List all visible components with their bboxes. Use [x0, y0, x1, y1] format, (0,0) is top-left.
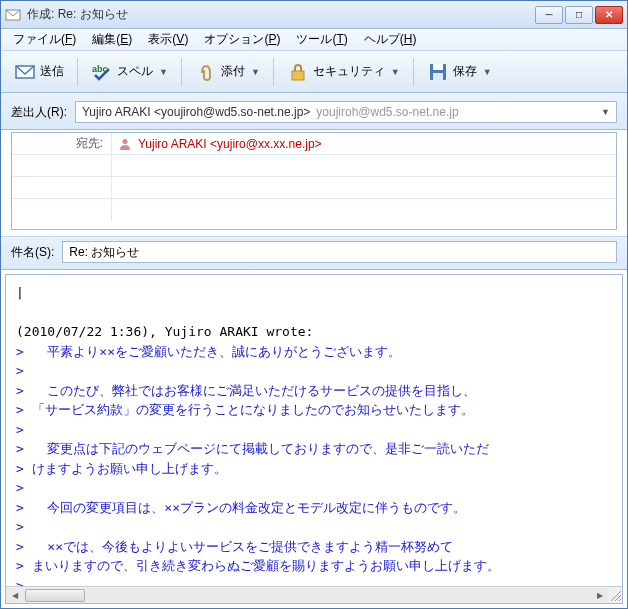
attach-label: 添付 [221, 63, 245, 80]
menu-edit[interactable]: 編集(E) [86, 29, 138, 50]
from-selector[interactable]: Yujiro ARAKI <youjiroh@wd5.so-net.ne.jp>… [75, 101, 617, 123]
recipient-row-empty[interactable] [12, 177, 616, 199]
send-label: 送信 [40, 63, 64, 80]
app-icon [5, 7, 21, 23]
header-area: 差出人(R): Yujiro ARAKI <youjiroh@wd5.so-ne… [1, 93, 627, 130]
menubar: ファイル(F) 編集(E) 表示(V) オプション(P) ツール(T) ヘルプ(… [1, 29, 627, 51]
from-address: Yujiro ARAKI <youjiroh@wd5.so-net.ne.jp> [82, 105, 310, 119]
spell-button[interactable]: abc スペル ▼ [84, 56, 175, 88]
chevron-down-icon: ▼ [483, 67, 492, 77]
minimize-button[interactable]: ─ [535, 6, 563, 24]
window-controls: ─ □ ✕ [535, 6, 623, 24]
save-label: 保存 [453, 63, 477, 80]
scroll-left-button[interactable]: ◀ [6, 588, 23, 603]
save-icon [427, 61, 449, 83]
menu-help[interactable]: ヘルプ(H) [358, 29, 423, 50]
scroll-thumb[interactable] [25, 589, 85, 602]
send-icon [14, 61, 36, 83]
subject-label: 件名(S): [11, 244, 54, 261]
spell-icon: abc [91, 61, 113, 83]
from-label: 差出人(R): [11, 104, 67, 121]
toolbar: 送信 abc スペル ▼ 添付 ▼ セキュリティ ▼ 保存 ▼ [1, 51, 627, 93]
svg-rect-3 [292, 71, 304, 80]
recipient-type[interactable] [12, 199, 112, 221]
svg-rect-6 [433, 73, 443, 80]
paperclip-icon [195, 61, 217, 83]
from-row: 差出人(R): Yujiro ARAKI <youjiroh@wd5.so-ne… [11, 97, 617, 127]
recipient-row-empty[interactable] [12, 199, 616, 221]
recipient-type[interactable]: 宛先: [12, 133, 112, 154]
menu-options[interactable]: オプション(P) [198, 29, 286, 50]
recipient-row[interactable]: 宛先: Yujiro ARAKI <yujiro@xx.xx.ne.jp> [12, 133, 616, 155]
security-button[interactable]: セキュリティ ▼ [280, 56, 407, 88]
horizontal-scrollbar[interactable]: ◀ ▶ [6, 586, 622, 603]
chevron-down-icon: ▼ [251, 67, 260, 77]
window-title: 作成: Re: お知らせ [27, 6, 535, 23]
subject-input[interactable] [62, 241, 617, 263]
recipient-type-label: 宛先: [76, 135, 103, 152]
menu-file[interactable]: ファイル(F) [7, 29, 82, 50]
attach-button[interactable]: 添付 ▼ [188, 56, 267, 88]
from-account: youjiroh@wd5.so-net.ne.jp [316, 105, 458, 119]
separator [273, 58, 274, 86]
spell-label: スペル [117, 63, 153, 80]
body-area: | (2010/07/22 1:36), Yujiro ARAKI wrote:… [5, 274, 623, 604]
chevron-down-icon: ▼ [601, 107, 610, 117]
recipient-address: Yujiro ARAKI <yujiro@xx.xx.ne.jp> [138, 137, 322, 151]
close-button[interactable]: ✕ [595, 6, 623, 24]
save-button[interactable]: 保存 ▼ [420, 56, 499, 88]
chevron-down-icon: ▼ [391, 67, 400, 77]
separator [413, 58, 414, 86]
scroll-right-button[interactable]: ▶ [591, 588, 608, 603]
menu-view[interactable]: 表示(V) [142, 29, 194, 50]
compose-window: 作成: Re: お知らせ ─ □ ✕ ファイル(F) 編集(E) 表示(V) オ… [0, 0, 628, 609]
send-button[interactable]: 送信 [7, 56, 71, 88]
separator [181, 58, 182, 86]
scroll-track[interactable] [23, 588, 591, 603]
titlebar: 作成: Re: お知らせ ─ □ ✕ [1, 1, 627, 29]
chevron-down-icon: ▼ [159, 67, 168, 77]
resize-grip[interactable] [608, 588, 622, 602]
maximize-button[interactable]: □ [565, 6, 593, 24]
person-icon [118, 137, 132, 151]
recipient-value[interactable]: Yujiro ARAKI <yujiro@xx.xx.ne.jp> [112, 137, 616, 151]
separator [77, 58, 78, 86]
recipient-type[interactable] [12, 177, 112, 198]
lock-icon [287, 61, 309, 83]
subject-row: 件名(S): [1, 236, 627, 270]
svg-rect-5 [433, 64, 443, 70]
recipient-type[interactable] [12, 155, 112, 176]
recipient-row-empty[interactable] [12, 155, 616, 177]
message-body[interactable]: | (2010/07/22 1:36), Yujiro ARAKI wrote:… [6, 275, 622, 586]
recipients-grid: 宛先: Yujiro ARAKI <yujiro@xx.xx.ne.jp> [11, 132, 617, 230]
svg-point-7 [123, 139, 128, 144]
security-label: セキュリティ [313, 63, 385, 80]
menu-tools[interactable]: ツール(T) [290, 29, 353, 50]
